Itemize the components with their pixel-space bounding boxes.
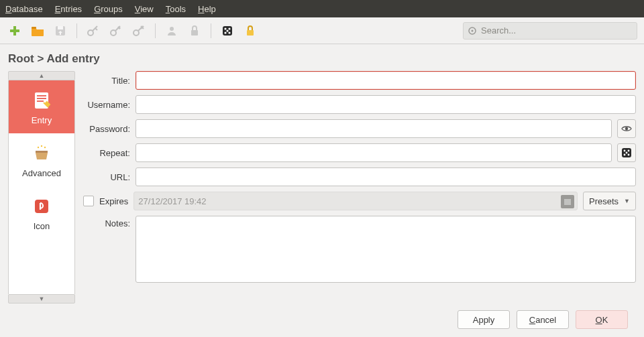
copy-password-icon[interactable]: [186, 23, 203, 39]
expires-checkbox[interactable]: [83, 196, 94, 206]
add-entry-icon[interactable]: [85, 23, 101, 39]
entry-tab-icon: [31, 90, 52, 111]
svg-point-31: [626, 152, 628, 154]
menu-tools[interactable]: Tools: [166, 4, 186, 14]
tab-label: Entry: [32, 115, 52, 125]
notes-label: Notes:: [83, 216, 130, 228]
repeat-label: Repeat:: [83, 148, 130, 158]
cancel-button[interactable]: Cancel: [517, 310, 569, 329]
toggle-password-visibility-button[interactable]: [617, 119, 636, 138]
svg-point-29: [624, 150, 626, 152]
svg-point-11: [224, 27, 226, 29]
scroll-down-button[interactable]: ▼: [8, 294, 75, 304]
copy-username-icon[interactable]: [164, 23, 180, 39]
apply-button[interactable]: Apply: [458, 310, 510, 329]
svg-rect-26: [35, 200, 48, 213]
svg-point-7: [133, 30, 139, 36]
svg-point-32: [624, 154, 626, 156]
svg-point-8: [170, 27, 174, 31]
svg-point-25: [44, 147, 46, 148]
svg-point-12: [228, 27, 230, 29]
svg-point-6: [111, 30, 116, 36]
save-database-icon[interactable]: [52, 23, 68, 39]
svg-point-13: [226, 29, 228, 31]
toolbar-separator: [76, 23, 77, 38]
password-generator-icon[interactable]: [219, 23, 235, 39]
tab-label: Icon: [34, 221, 50, 231]
toolbar: [0, 17, 644, 44]
svg-point-15: [228, 31, 230, 33]
tab-icon[interactable]: Icon: [9, 186, 74, 239]
toolbar-separator: [211, 23, 211, 38]
dialog-buttons: Apply Cancel OK: [8, 304, 636, 337]
menu-view[interactable]: View: [135, 4, 154, 14]
icon-tab-icon: [31, 196, 52, 217]
username-field[interactable]: [136, 95, 636, 114]
password-field[interactable]: [136, 119, 612, 138]
scroll-up-button[interactable]: ▲: [8, 71, 75, 80]
toolbar-separator: [155, 23, 156, 38]
menubar: Database Entries Groups View Tools Help: [0, 0, 644, 17]
generate-password-button[interactable]: [617, 143, 636, 162]
svg-rect-2: [32, 27, 36, 29]
menu-entries[interactable]: Entries: [55, 4, 82, 14]
lock-database-icon[interactable]: [242, 23, 258, 39]
advanced-tab-icon: [31, 143, 52, 164]
url-field[interactable]: [136, 167, 636, 186]
search-box[interactable]: [463, 22, 637, 40]
new-database-icon[interactable]: [7, 23, 23, 39]
svg-rect-34: [564, 199, 571, 205]
breadcrumb: Root > Add entry: [8, 50, 636, 71]
title-field[interactable]: [136, 71, 636, 90]
menu-database[interactable]: Database: [5, 4, 43, 14]
svg-rect-1: [10, 29, 19, 32]
chevron-down-icon: ▼: [624, 198, 630, 204]
content-area: Root > Add entry ▲ Entry Advanced: [0, 44, 644, 337]
url-label: URL:: [83, 172, 130, 182]
svg-point-24: [41, 145, 42, 147]
target-icon: [468, 26, 477, 36]
svg-point-5: [88, 30, 93, 36]
entry-form: Title: Username: Password: Repeat:: [83, 71, 636, 304]
svg-rect-9: [191, 30, 198, 36]
tab-advanced[interactable]: Advanced: [9, 133, 74, 186]
expires-field: 27/12/2017 19:42: [133, 192, 578, 210]
repeat-field[interactable]: [136, 143, 612, 162]
edit-entry-icon[interactable]: [108, 23, 124, 39]
presets-dropdown[interactable]: Presets ▼: [583, 192, 636, 210]
svg-point-27: [625, 127, 628, 130]
svg-point-30: [628, 150, 630, 152]
calendar-icon: [561, 195, 574, 208]
notes-field[interactable]: [136, 216, 636, 283]
ok-button[interactable]: OK: [576, 310, 628, 329]
password-label: Password:: [83, 124, 130, 134]
svg-point-23: [38, 147, 39, 148]
menu-groups[interactable]: Groups: [94, 4, 123, 14]
side-tabs: ▲ Entry Advanced: [8, 71, 75, 304]
search-input[interactable]: [481, 25, 633, 36]
svg-rect-20: [37, 95, 46, 96]
svg-rect-4: [58, 26, 63, 29]
expires-label: Expires: [99, 196, 128, 206]
tab-entry[interactable]: Entry: [9, 80, 74, 133]
svg-rect-22: [37, 100, 44, 102]
svg-rect-16: [247, 30, 254, 36]
svg-point-33: [628, 154, 630, 156]
title-label: Title:: [83, 76, 130, 86]
delete-entry-icon[interactable]: [131, 23, 147, 39]
menu-help[interactable]: Help: [198, 4, 216, 14]
dice-icon: [621, 147, 632, 158]
tab-label: Advanced: [22, 168, 61, 178]
svg-point-14: [224, 31, 226, 33]
svg-rect-21: [37, 98, 46, 99]
username-label: Username:: [83, 100, 130, 110]
eye-icon: [621, 123, 632, 134]
svg-point-18: [472, 29, 474, 31]
open-database-icon[interactable]: [30, 23, 46, 39]
